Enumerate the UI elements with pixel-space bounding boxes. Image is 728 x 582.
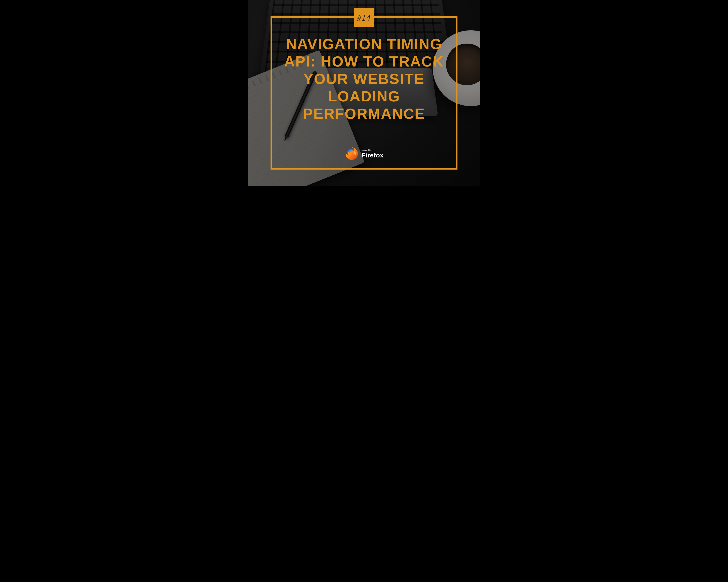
episode-badge: #14 (354, 8, 374, 27)
promo-card: #14 NAVIGATION TIMING API: HOW TO TRACK … (248, 0, 480, 186)
card-title: NAVIGATION TIMING API: HOW TO TRACK YOUR… (277, 35, 451, 122)
firefox-icon (344, 146, 359, 161)
episode-number: #14 (357, 13, 371, 23)
browser-logo: mozilla Firefox (344, 146, 384, 161)
content-frame: #14 NAVIGATION TIMING API: HOW TO TRACK … (270, 16, 458, 170)
browser-logo-text: mozilla Firefox (362, 149, 384, 158)
logo-big-text: Firefox (362, 152, 384, 158)
logo-small-text: mozilla (362, 149, 384, 152)
